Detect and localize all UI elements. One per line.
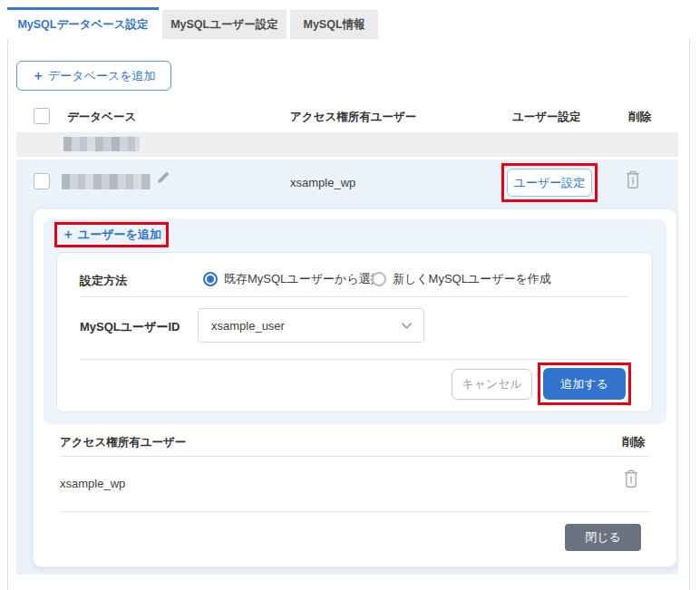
- radio-existing-label: 既存MySQLユーザーから選択: [224, 271, 383, 287]
- chevron-down-icon: [401, 322, 413, 330]
- header-user-setting: ユーザー設定: [512, 110, 581, 125]
- cancel-label: キャンセル: [462, 377, 522, 391]
- method-label: 設定方法: [80, 273, 127, 289]
- row-access-user: xsample_wp: [290, 176, 355, 189]
- row-checkbox[interactable]: [34, 173, 50, 189]
- user-setting-button-label: ユーザー設定: [514, 175, 586, 191]
- redacted-database-name: [62, 174, 151, 189]
- tab-mysql-database-settings[interactable]: MySQLデータベース設定: [7, 7, 159, 39]
- radio-unselected-icon: [372, 272, 386, 286]
- content-left-border: [7, 39, 8, 590]
- close-label: 閉じる: [585, 530, 621, 544]
- selected-user-id: xsample_user: [211, 319, 401, 333]
- radio-selected-icon: [203, 272, 218, 286]
- edit-database-name-button[interactable]: [155, 170, 170, 186]
- tab-mysql-info[interactable]: MySQL情報: [290, 10, 378, 39]
- access-table-row-user: xsample_wp: [60, 477, 125, 490]
- access-table-header-user: アクセス権所有ユーザー: [60, 435, 186, 450]
- add-database-label: データベースを追加: [48, 68, 156, 84]
- plus-icon: ＋: [62, 227, 74, 243]
- table-row-database-1: [16, 132, 678, 157]
- header-delete: 削除: [628, 110, 651, 125]
- content-right-border: [689, 39, 690, 590]
- form-divider: [80, 359, 629, 360]
- form-divider: [80, 296, 629, 297]
- submit-add-button[interactable]: 追加する: [543, 368, 626, 400]
- access-table-header-delete: 削除: [622, 435, 645, 450]
- tab-label: MySQLユーザー設定: [170, 17, 278, 33]
- access-table-divider: [60, 511, 650, 512]
- redacted-database-name: [63, 137, 140, 151]
- tab-label: MySQLデータベース設定: [17, 17, 148, 33]
- mysql-user-id-select[interactable]: xsample_user: [198, 308, 424, 343]
- close-panel-button[interactable]: 閉じる: [565, 524, 641, 551]
- header-access-user: アクセス権所有ユーザー: [290, 110, 416, 125]
- access-table-divider: [60, 456, 650, 457]
- radio-new-label: 新しくMySQLユーザーを作成: [393, 271, 551, 287]
- select-all-checkbox[interactable]: [34, 108, 50, 124]
- radio-new-user[interactable]: 新しくMySQLユーザーを作成: [372, 271, 551, 287]
- radio-existing-user[interactable]: 既存MySQLユーザーから選択: [203, 271, 383, 287]
- tab-label: MySQL情報: [303, 17, 365, 33]
- header-database: データベース: [67, 110, 136, 125]
- highlight-user-setting: ユーザー設定: [501, 163, 598, 202]
- plus-icon: ＋: [32, 68, 44, 84]
- submit-label: 追加する: [560, 377, 608, 391]
- trash-icon: [625, 170, 641, 189]
- highlight-submit: 追加する: [538, 363, 631, 405]
- delete-database-button[interactable]: [625, 170, 641, 189]
- user-setting-button[interactable]: ユーザー設定: [507, 169, 592, 197]
- add-database-button[interactable]: ＋ データベースを追加: [16, 61, 171, 91]
- add-user-link[interactable]: ＋ ユーザーを追加: [54, 222, 169, 247]
- mysql-settings-page: MySQLデータベース設定 MySQLユーザー設定 MySQL情報 ＋ データベ…: [0, 0, 700, 590]
- user-id-label: MySQLユーザーID: [80, 319, 180, 335]
- pencil-icon: [155, 170, 170, 186]
- trash-icon: [623, 469, 639, 488]
- tab-mysql-user-settings[interactable]: MySQLユーザー設定: [162, 10, 287, 39]
- add-user-label: ユーザーを追加: [78, 227, 161, 243]
- delete-access-user-button[interactable]: [623, 469, 639, 488]
- cancel-button[interactable]: キャンセル: [452, 369, 532, 400]
